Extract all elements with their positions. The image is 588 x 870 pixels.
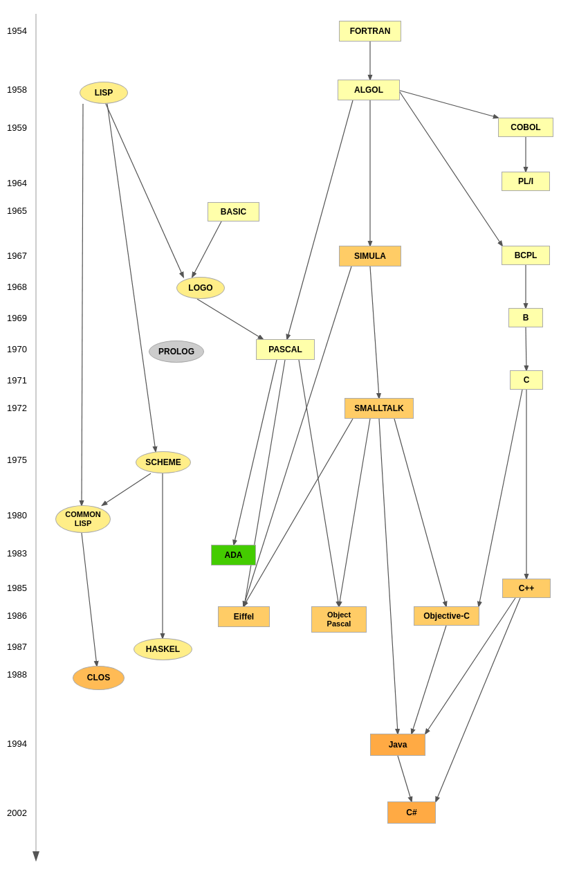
svg-line-21 [299,360,339,606]
node-ADA: ADA [211,545,256,565]
node-CLOS: CLOS [73,666,125,690]
year-label-1958: 1958 [7,84,27,95]
year-label-1959: 1959 [7,123,27,133]
svg-line-32 [436,598,520,801]
year-label-2002: 2002 [7,808,27,818]
node-Java: Java [370,734,425,756]
node-B: B [508,308,543,327]
node-CPP: C++ [502,579,551,598]
year-label-1967: 1967 [7,251,27,261]
svg-line-6 [398,90,502,246]
node-LISP: LISP [80,82,128,104]
diagram: 1954195819591964196519671968196919701971… [0,0,588,870]
svg-line-10 [370,266,379,398]
svg-line-30 [412,626,446,734]
svg-line-5 [287,100,353,339]
year-label-1970: 1970 [7,344,27,354]
year-label-1972: 1972 [7,403,27,413]
node-SIMULA: SIMULA [339,246,401,266]
svg-line-16 [102,473,151,505]
svg-line-23 [244,419,353,606]
year-label-1985: 1985 [7,583,27,593]
svg-line-14 [105,102,183,277]
svg-line-25 [394,419,446,606]
node-PROLOG: PROLOG [149,341,204,363]
node-Eiffel: Eiffel [218,606,270,627]
node-COMMON_LISP: COMMONLISP [55,505,111,533]
year-label-1954: 1954 [7,26,27,36]
node-COBOL: COBOL [498,118,553,137]
svg-line-24 [339,419,370,606]
year-label-1971: 1971 [7,375,27,386]
year-label-1968: 1968 [7,282,27,292]
node-FORTRAN: FORTRAN [339,21,401,42]
svg-marker-1 [33,851,39,862]
node-BASIC: BASIC [208,202,259,221]
node-HASKEL: HASKEL [134,638,192,660]
svg-line-9 [526,327,526,370]
year-label-1969: 1969 [7,313,27,323]
svg-line-19 [234,360,277,545]
svg-line-20 [244,360,285,606]
year-label-1980: 1980 [7,510,27,520]
node-PASCAL: PASCAL [256,339,315,360]
node-BCPL: BCPL [502,246,550,265]
node-ObjectPascal: ObjectPascal [311,606,367,633]
year-label-1986: 1986 [7,610,27,621]
svg-line-22 [244,266,351,606]
svg-line-18 [82,533,97,666]
node-LOGO: LOGO [176,277,225,299]
year-label-1983: 1983 [7,548,27,559]
year-label-1964: 1964 [7,178,27,188]
node-CSharp: C# [387,801,436,824]
svg-line-11 [192,221,221,277]
node-C: C [510,370,543,390]
year-label-1987: 1987 [7,642,27,652]
node-PL1: PL/I [502,172,550,191]
year-label-1965: 1965 [7,206,27,216]
node-ALGOL: ALGOL [338,80,400,100]
node-ObjectiveC: Objective-C [414,606,479,626]
node-SMALLTALK: SMALLTALK [344,398,414,419]
svg-line-13 [107,104,156,451]
year-label-1975: 1975 [7,455,27,465]
svg-line-28 [479,390,522,606]
year-label-1988: 1988 [7,669,27,680]
svg-line-26 [379,419,398,734]
year-label-1994: 1994 [7,738,27,749]
svg-line-12 [197,299,263,339]
svg-line-15 [82,104,83,505]
svg-line-4 [398,90,498,118]
node-SCHEME: SCHEME [136,451,191,473]
svg-line-31 [398,756,412,801]
